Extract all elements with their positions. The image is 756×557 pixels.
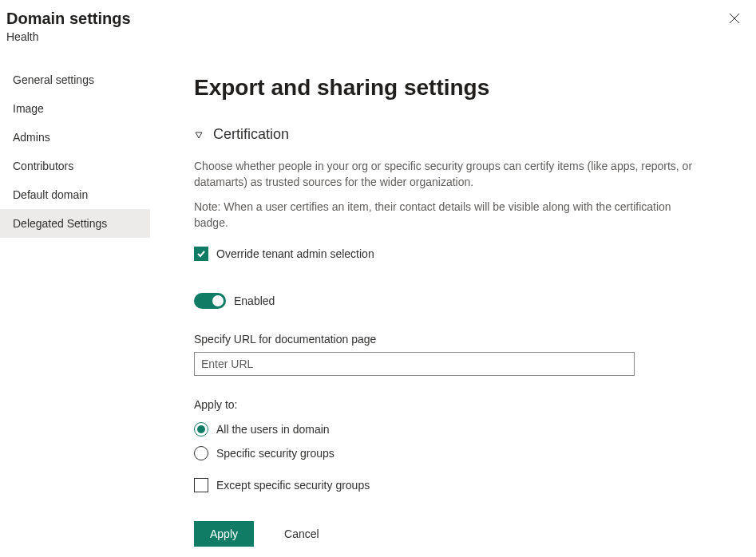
radio-dot-icon: [197, 425, 205, 433]
collapse-icon[interactable]: [194, 130, 204, 140]
sidebar: General settings Image Admins Contributo…: [0, 51, 150, 547]
page-header-subtitle: Health: [0, 29, 756, 51]
page-title: Export and sharing settings: [194, 75, 708, 101]
apply-button[interactable]: Apply: [194, 521, 254, 547]
url-input[interactable]: [194, 352, 635, 376]
radio-specific-groups[interactable]: [194, 446, 208, 460]
sidebar-item-image[interactable]: Image: [0, 94, 150, 123]
section-note: Note: When a user certifies an item, the…: [194, 199, 708, 231]
page-header-title: Domain settings: [6, 10, 131, 28]
radio-specific-groups-label: Specific security groups: [216, 447, 334, 460]
radio-all-users[interactable]: [194, 422, 208, 437]
section-title: Certification: [213, 126, 289, 143]
override-label: Override tenant admin selection: [216, 247, 374, 260]
close-button[interactable]: [726, 10, 743, 29]
radio-all-users-label: All the users in domain: [216, 423, 330, 436]
sidebar-item-general-settings[interactable]: General settings: [0, 65, 150, 94]
sidebar-item-admins[interactable]: Admins: [0, 123, 150, 152]
toggle-thumb: [212, 295, 224, 306]
enabled-label: Enabled: [234, 294, 275, 307]
section-description: Choose whether people in your org or spe…: [194, 159, 708, 190]
sidebar-item-delegated-settings[interactable]: Delegated Settings: [0, 209, 150, 238]
override-checkbox[interactable]: [194, 247, 208, 261]
sidebar-item-contributors[interactable]: Contributors: [0, 152, 150, 180]
cancel-button[interactable]: Cancel: [284, 527, 319, 540]
close-icon: [729, 14, 740, 26]
apply-to-label: Apply to:: [194, 398, 708, 411]
except-label: Except specific security groups: [216, 479, 370, 492]
except-checkbox[interactable]: [194, 478, 208, 492]
url-field-label: Specify URL for documentation page: [194, 333, 708, 346]
sidebar-item-default-domain[interactable]: Default domain: [0, 180, 150, 209]
main-content: Export and sharing settings Certificatio…: [150, 51, 756, 547]
enabled-toggle[interactable]: [194, 293, 226, 309]
checkmark-icon: [196, 249, 206, 259]
